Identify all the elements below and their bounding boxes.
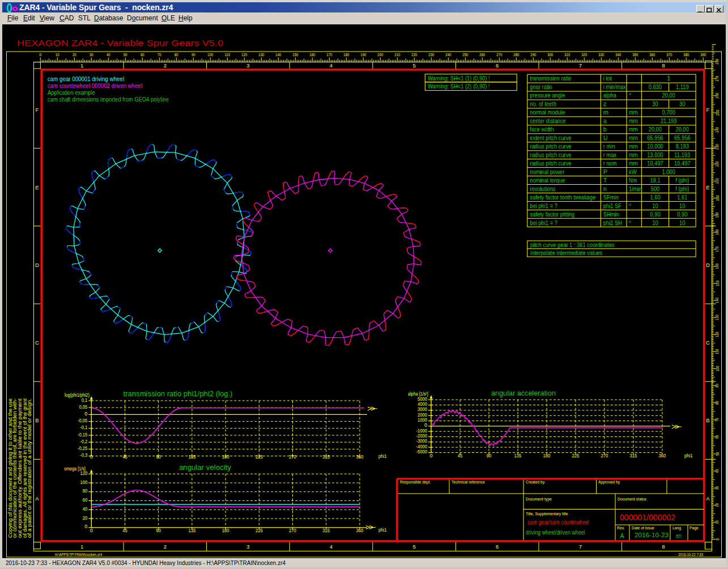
svg-text:0,90: 0,90 [650, 211, 660, 218]
svg-text:2: 2 [164, 62, 167, 69]
svg-text:1/min: 1/min [629, 185, 642, 192]
svg-text:cam gear 000001 driving whee: cam gear 000001 driving wheel [48, 75, 124, 82]
svg-text:B: B [706, 417, 709, 423]
svg-text:390: 390 [700, 53, 706, 57]
svg-text:mm: mm [629, 117, 638, 124]
svg-text:revolutions: revolutions [530, 185, 556, 192]
svg-text:E: E [706, 184, 709, 190]
svg-text:250: 250 [716, 110, 720, 116]
svg-text:z: z [603, 100, 607, 107]
svg-text:0: 0 [84, 524, 87, 529]
svg-text:B: B [35, 417, 39, 423]
svg-text:120: 120 [716, 332, 720, 337]
svg-text:omega [1/s]: omega [1/s] [64, 466, 86, 472]
svg-text:315: 315 [322, 454, 330, 460]
svg-text:30: 30 [652, 100, 658, 107]
svg-text:10: 10 [679, 202, 685, 209]
svg-text:angular acceleration: angular acceleration [491, 389, 556, 397]
svg-text:phi1: phi1 [378, 453, 387, 459]
svg-text:SFmin: SFmin [603, 194, 619, 201]
svg-text:10: 10 [679, 219, 685, 226]
svg-text:pressure angle: pressure angle [530, 92, 565, 99]
svg-text:f (phi): f (phi) [675, 177, 689, 184]
svg-text:r nom: r nom [603, 160, 617, 167]
svg-text:320: 320 [581, 53, 587, 57]
svg-text:10,000: 10,000 [647, 143, 663, 150]
svg-text:65,956: 65,956 [674, 134, 691, 141]
svg-text:radius pitch curve: radius pitch curve [530, 143, 571, 150]
svg-text:110: 110 [716, 349, 720, 355]
svg-text:20: 20 [73, 53, 76, 57]
svg-text:i min/max: i min/max [603, 83, 626, 90]
svg-text:160: 160 [309, 53, 315, 57]
svg-text:m: m [603, 109, 608, 116]
svg-text:Application example: Application example [48, 89, 95, 96]
svg-text:190: 190 [716, 213, 720, 218]
svg-text:150: 150 [292, 53, 298, 57]
svg-text:en: en [676, 532, 682, 539]
svg-text:Created by: Created by [526, 479, 544, 485]
svg-text:45: 45 [122, 454, 127, 460]
svg-text:270: 270 [601, 453, 608, 458]
svg-text:90: 90 [156, 528, 161, 533]
svg-text:extent pitch curve: extent pitch curve [530, 134, 571, 141]
svg-text:Responsible dept.: Responsible dept. [400, 479, 431, 485]
svg-text:-0,15: -0,15 [78, 432, 87, 438]
svg-text:260: 260 [479, 53, 485, 57]
svg-text:interpolate intermediate value: interpolate intermediate values [530, 249, 603, 256]
svg-text:driving wheel/driven wheel: driving wheel/driven wheel [526, 529, 585, 536]
svg-text:360: 360 [356, 528, 364, 533]
svg-text:280: 280 [716, 59, 720, 65]
svg-text:21,193: 21,193 [661, 117, 677, 124]
svg-text:370: 370 [666, 53, 672, 57]
svg-text:6: 6 [496, 62, 499, 69]
svg-text:170: 170 [326, 53, 332, 57]
svg-text:-0,2: -0,2 [80, 439, 87, 444]
svg-text:no. of teeth: no. of teeth [530, 100, 556, 107]
svg-text:7: 7 [579, 62, 582, 69]
svg-text:8,193: 8,193 [676, 143, 689, 150]
svg-text:0: 0 [90, 528, 93, 533]
svg-text:Title, Supplementary title: Title, Supplementary title [526, 511, 568, 516]
svg-text:130: 130 [716, 315, 720, 320]
svg-text:0: 0 [84, 411, 87, 417]
svg-text:7: 7 [579, 543, 582, 550]
svg-text:radius pitch curve: radius pitch curve [530, 151, 571, 158]
svg-text:transmission ratio: transmission ratio [530, 75, 571, 82]
svg-text:gear ratio: gear ratio [530, 83, 552, 90]
svg-text:angular velocity: angular velocity [179, 464, 232, 472]
svg-text:kW: kW [629, 168, 637, 175]
svg-text:90: 90 [156, 454, 161, 460]
svg-text:180: 180 [222, 454, 229, 460]
svg-text:1: 1 [80, 62, 83, 69]
svg-text:40: 40 [716, 469, 720, 473]
svg-text:315: 315 [630, 453, 637, 458]
svg-text:350: 350 [632, 53, 638, 57]
svg-text:F: F [706, 107, 710, 113]
svg-text:270: 270 [289, 454, 296, 460]
svg-text:70: 70 [716, 418, 720, 422]
svg-text:Warning: SH<1 (1) (0,90) !: Warning: SH<1 (1) (0,90) ! [428, 75, 490, 82]
svg-text:nominal torque: nominal torque [530, 177, 565, 184]
svg-text:°: ° [629, 219, 631, 226]
svg-text:bei phi1 = ?: bei phi1 = ? [530, 219, 557, 226]
svg-text:mm: mm [629, 134, 638, 141]
svg-text:Approved by: Approved by [598, 479, 620, 485]
svg-text:40: 40 [83, 506, 88, 512]
svg-text:120: 120 [241, 53, 247, 57]
svg-text:100: 100 [80, 479, 88, 485]
svg-text:f (phi): f (phi) [675, 185, 689, 192]
svg-text:135: 135 [189, 528, 196, 533]
svg-text:mm: mm [629, 151, 638, 158]
svg-text:r max: r max [603, 151, 617, 158]
svg-text:A: A [706, 495, 710, 502]
svg-text:3: 3 [246, 62, 249, 69]
svg-text:250: 250 [462, 53, 468, 57]
svg-text:240: 240 [445, 53, 451, 57]
svg-text:-0,1: -0,1 [80, 424, 87, 430]
svg-text:-0,25: -0,25 [78, 445, 87, 451]
svg-text:210: 210 [394, 53, 400, 57]
svg-text:Date of issue: Date of issue [632, 525, 654, 530]
svg-text:180: 180 [222, 528, 229, 533]
svg-text:1,60: 1,60 [650, 194, 660, 201]
